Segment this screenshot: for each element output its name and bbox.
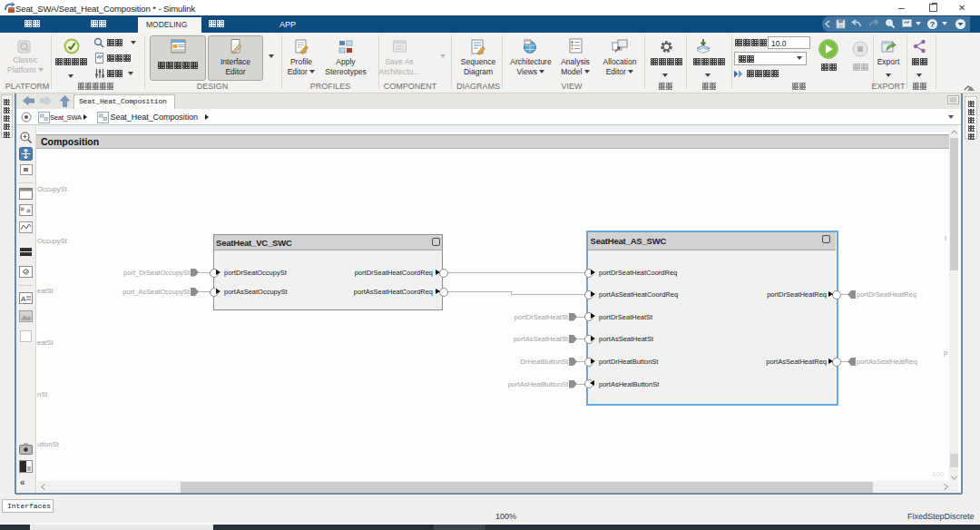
svg-text:A: A bbox=[21, 295, 26, 303]
svg-text:?: ? bbox=[930, 20, 936, 29]
